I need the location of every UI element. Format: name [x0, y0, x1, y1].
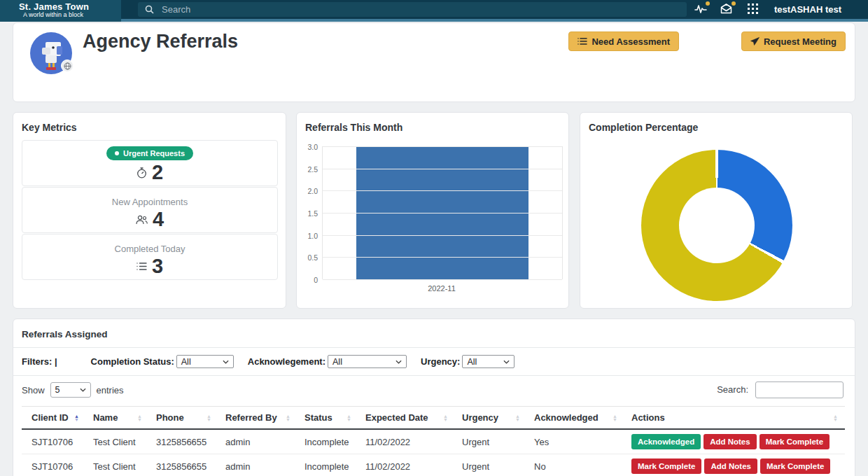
page-title: Agency Referrals [83, 31, 238, 52]
chevron-down-icon [503, 360, 510, 364]
new-appointments-value: 4 [153, 208, 164, 231]
referrals-assigned-title: Referrals Assigned [22, 329, 108, 340]
column-header-expected-date[interactable]: Expected Date▲▼ [358, 412, 455, 423]
sort-icon: ▲▼ [286, 414, 290, 421]
gridline [323, 279, 562, 280]
urgent-requests-badge: Urgent Requests [106, 146, 193, 160]
table-search-label: Search: [717, 384, 748, 395]
metric-urgent-requests: Urgent Requests 2 [22, 140, 278, 186]
column-header-phone[interactable]: Phone▲▼ [149, 412, 218, 423]
filters-label: Filters: | [22, 356, 57, 367]
user-menu[interactable]: testASHAH test [774, 4, 841, 15]
key-metrics-title: Key Metrics [22, 122, 77, 133]
table-body: SJT10706Test Client3125856655adminIncomp… [22, 430, 845, 476]
cell-name: Test Client [86, 437, 149, 447]
bar-chart-x-label: 2022-11 [322, 284, 561, 293]
referrals-this-month-panel: Referrals This Month 2022-11 3.02.52.01.… [296, 112, 569, 309]
table-row: SJT10706Test Client3125856655adminIncomp… [22, 454, 845, 476]
cell-expected-date: 11/02/2022 [358, 437, 455, 447]
cell-referred-by: admin [218, 437, 298, 447]
activity-notification-dot [706, 1, 710, 6]
mark-complete-button[interactable]: Mark Complete [760, 458, 830, 474]
mail-icon[interactable] [720, 4, 734, 15]
paper-plane-icon [750, 37, 760, 46]
search-input[interactable] [160, 4, 583, 15]
new-appointments-label: New Appointments [22, 197, 277, 207]
cell-expected-date: 11/02/2022 [358, 461, 455, 472]
referrals-assigned-header: Referrals Assigned [13, 319, 855, 348]
cell-urgency: Urgent [455, 437, 527, 447]
completion-donut-chart [641, 150, 792, 301]
urgency-select[interactable]: All [462, 355, 514, 368]
page-header-card: Agency Referrals Need Assessment Request… [13, 22, 855, 102]
globe-icon [61, 59, 74, 72]
cell-phone: 3125856655 [149, 461, 218, 472]
sort-icon: ▲▼ [74, 414, 79, 421]
y-tick-label: 3.0 [307, 143, 318, 151]
add-notes-button[interactable]: Add Notes [704, 458, 757, 474]
completed-today-value: 3 [152, 255, 163, 278]
need-assessment-label: Need Assessment [592, 36, 670, 47]
gridline [323, 235, 562, 236]
cell-referred-by: admin [218, 461, 298, 472]
acknowledged-button[interactable]: Acknowledged [631, 434, 701, 449]
column-header-referred-by[interactable]: Referred By▲▼ [218, 412, 298, 423]
request-meeting-button[interactable]: Request Meeting [741, 31, 846, 51]
brand-name: St. James Town [19, 1, 89, 12]
cell-status: Incomplete [298, 437, 358, 447]
cell-acknowledged: No [527, 461, 624, 472]
column-header-name[interactable]: Name▲▼ [86, 412, 149, 423]
table-row: SJT10706Test Client3125856655adminIncomp… [22, 430, 845, 454]
stopwatch-icon [136, 167, 147, 178]
acknowlegement-value: All [332, 357, 342, 367]
donut-title: Completion Percentage [589, 122, 698, 133]
urgent-requests-label: Urgent Requests [123, 149, 185, 158]
search-icon [145, 5, 154, 14]
gridline [323, 190, 562, 191]
cell-status: Incomplete [298, 461, 358, 472]
page-length-select[interactable]: 5 [50, 382, 91, 398]
column-header-acknowledged[interactable]: Acknowledged▲▼ [527, 412, 624, 423]
completion-status-select[interactable]: All [176, 355, 234, 368]
brand-logo[interactable]: St. James Town A world within a block [0, 0, 121, 22]
mail-notification-dot [732, 1, 736, 6]
add-notes-button[interactable]: Add Notes [704, 434, 757, 449]
table-search-input[interactable] [755, 382, 844, 398]
column-header-urgency[interactable]: Urgency▲▼ [455, 412, 527, 423]
completion-status-label: Completion Status: [91, 356, 174, 367]
sort-icon: ▲▼ [346, 414, 351, 421]
completed-today-label: Completed Today [22, 244, 277, 254]
acknowlegement-label: Acknowlegement: [248, 356, 326, 367]
cell-client-id: SJT10706 [22, 461, 86, 472]
cell-urgency: Urgent [455, 461, 527, 472]
mark-complete-button[interactable]: Mark Complete [631, 458, 701, 474]
gridline [323, 257, 562, 258]
column-header-client-id[interactable]: Client ID▲▼ [22, 412, 86, 423]
gridline [323, 146, 562, 147]
sort-icon: ▲▼ [612, 414, 617, 421]
show-label: Show [22, 385, 45, 396]
sort-icon: ▲▼ [443, 414, 448, 421]
metric-new-appointments: New Appointments 4 [22, 187, 278, 233]
mark-complete-button[interactable]: Mark Complete [760, 434, 830, 449]
y-tick-label: 1.0 [307, 232, 318, 240]
sort-icon: ▲▼ [833, 414, 838, 421]
acknowlegement-select[interactable]: All [328, 355, 407, 368]
activity-icon[interactable] [694, 4, 708, 15]
donut-hole [679, 188, 755, 263]
apps-grid-icon[interactable] [748, 4, 762, 15]
completion-percentage-panel: Completion Percentage [580, 112, 853, 309]
actions-cell: Mark CompleteAdd NotesMark Complete [624, 458, 845, 474]
need-assessment-button[interactable]: Need Assessment [568, 31, 679, 51]
global-search[interactable] [138, 2, 687, 17]
sort-icon: ▲▼ [515, 414, 520, 421]
people-icon [136, 215, 148, 225]
y-tick-label: 0.5 [307, 253, 318, 262]
y-tick-label: 1.5 [307, 209, 318, 218]
referrals-table: Client ID▲▼ Name▲▼ Phone▲▼ Referred By▲▼… [22, 406, 845, 476]
key-metrics-panel: Key Metrics Urgent Requests 2 New Appoin… [13, 112, 286, 309]
chevron-down-icon [396, 360, 402, 364]
barchart-title: Referrals This Month [305, 122, 402, 133]
column-header-status[interactable]: Status▲▼ [298, 412, 358, 423]
column-header-actions[interactable]: Actions▲▼ [624, 412, 845, 423]
